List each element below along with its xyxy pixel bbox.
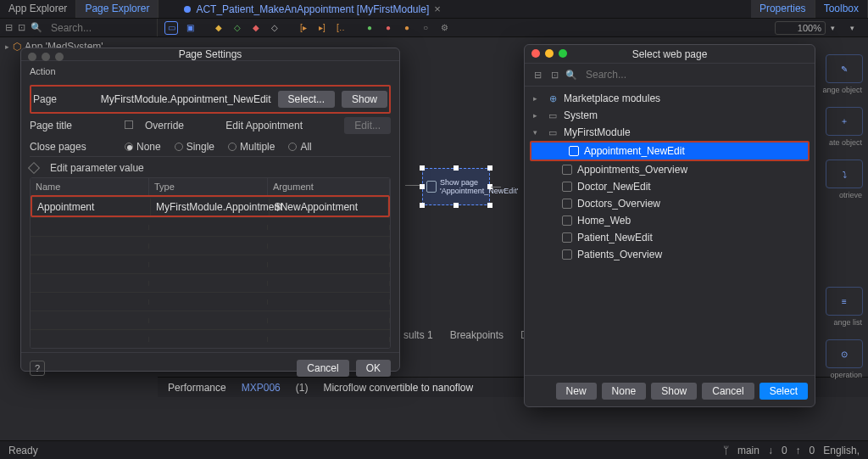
microflow-activity[interactable]: Show page 'Appointment_NewEdit': [422, 168, 490, 205]
help-button[interactable]: ?: [30, 361, 45, 376]
toolbar-row: ⊟ ⊡ 🔍 ▭ ▣ ◆ ◇ ◆ ◇ [▸ ▸] [‥ ● ● ● ○ ⚙ 100…: [0, 19, 868, 37]
page-label: Page: [33, 93, 94, 105]
expand-icon-2[interactable]: ⊡: [548, 69, 560, 81]
tool-select[interactable]: ▭: [164, 21, 178, 35]
close-dot[interactable]: [531, 49, 540, 58]
table-row-empty: [31, 329, 390, 348]
tab-toolbox[interactable]: Toolbox: [815, 0, 868, 18]
table-row-empty: [31, 273, 390, 292]
tab-page-explorer[interactable]: Page Explorer: [76, 0, 159, 18]
file-tab-label: ACT_Patient_MakeAnAppointment [MyFirstMo…: [196, 3, 429, 15]
circle-icon-1[interactable]: ●: [363, 21, 376, 35]
expand-icon[interactable]: ⊡: [18, 22, 25, 34]
radio-all[interactable]: All: [288, 141, 311, 153]
show-button-2[interactable]: Show: [651, 383, 697, 400]
activity-card[interactable]: ＋ate object: [826, 107, 863, 136]
activity-card[interactable]: ≡ange list: [826, 287, 863, 316]
radio-single[interactable]: Single: [175, 141, 214, 153]
diamond-icon-3[interactable]: ◆: [249, 21, 263, 35]
col-argument: Argument: [268, 178, 390, 195]
cancel-button[interactable]: Cancel: [297, 360, 348, 377]
page-item[interactable]: Home_Web: [525, 212, 815, 229]
table-row-empty: [31, 292, 390, 311]
page-icon: [562, 249, 572, 260]
page-item[interactable]: Patients_Overview: [525, 246, 815, 263]
select-button-2[interactable]: Select: [760, 383, 808, 400]
chevron-down-icon-2[interactable]: ▾: [850, 24, 854, 32]
min-dot[interactable]: [545, 49, 554, 58]
page-icon: [562, 216, 572, 226]
collapse-icon-2[interactable]: ⊟: [531, 69, 543, 81]
select-button[interactable]: Select...: [278, 91, 335, 108]
up-arrow-icon: ↑: [796, 445, 801, 456]
page-title-value: Edit Appointment: [191, 120, 337, 132]
cancel-button-2[interactable]: Cancel: [702, 383, 754, 400]
activity-card[interactable]: ⤵otrieve: [826, 160, 863, 188]
tab-properties[interactable]: Properties: [751, 0, 815, 18]
tab-breakpoints[interactable]: Breakpoints: [447, 327, 507, 343]
activity-card[interactable]: ✎ange object: [826, 54, 863, 83]
page-icon: [426, 181, 437, 193]
topbar: App Explorer Page Explorer ACT_Patient_M…: [0, 0, 868, 19]
page-icon: [562, 232, 572, 243]
none-button[interactable]: None: [602, 383, 647, 400]
close-icon[interactable]: ×: [434, 3, 441, 15]
radio-multiple[interactable]: Multiple: [228, 141, 275, 153]
circle-icon-4[interactable]: ○: [419, 21, 432, 35]
bracket-icon-2[interactable]: ▸]: [315, 21, 329, 35]
close-pages-label: Close pages: [30, 141, 118, 153]
module-icon: ▭: [547, 127, 559, 138]
branch-name[interactable]: main: [737, 445, 760, 456]
page-item[interactable]: Appointments_Overview: [525, 161, 815, 178]
tab-app-explorer[interactable]: App Explorer: [0, 0, 76, 18]
node-system[interactable]: ▸ ▭ System: [525, 107, 815, 124]
bracket-icon[interactable]: [▸: [297, 21, 310, 35]
module-icon: ▭: [547, 110, 559, 121]
file-tab[interactable]: ACT_Patient_MakeAnAppointment [MyFirstMo…: [175, 0, 448, 18]
page-item[interactable]: Doctor_NewEdit: [525, 178, 815, 195]
language-selector[interactable]: English,: [823, 445, 860, 456]
chevron-down-icon[interactable]: ▾: [831, 24, 835, 32]
bracket-icon-3[interactable]: [‥: [334, 21, 348, 35]
circle-icon-2[interactable]: ●: [381, 21, 395, 35]
ok-button[interactable]: OK: [356, 360, 391, 377]
microflow-icon: [184, 6, 191, 13]
tab-results[interactable]: sults 1: [400, 327, 437, 343]
window-controls[interactable]: [28, 53, 64, 61]
override-checkbox[interactable]: [125, 120, 138, 132]
page-icon: [562, 182, 572, 192]
branch-icon: ᛘ: [723, 445, 729, 456]
radio-none[interactable]: None: [125, 141, 161, 153]
max-dot[interactable]: [559, 49, 567, 58]
node-marketplace[interactable]: ▸ ⊕ Marketplace modules: [525, 90, 815, 107]
new-button[interactable]: New: [556, 383, 597, 400]
circle-icon-3[interactable]: ●: [400, 21, 414, 35]
col-type: Type: [149, 178, 268, 195]
edit-parameter-label: Edit parameter value: [50, 162, 144, 174]
page-item[interactable]: Patient_NewEdit: [525, 229, 815, 246]
dialog2-title: Select web page: [632, 48, 708, 60]
page-search[interactable]: [582, 67, 808, 82]
table-row[interactable]: Appointment MyFirstModule.Appointment $N…: [32, 197, 388, 216]
activity-card[interactable]: ⊙operation: [826, 339, 863, 368]
status-bar: Ready ᛘ main ↓0 ↑0 English,: [0, 440, 868, 459]
diamond-icon[interactable]: ◆: [212, 21, 225, 35]
page-item[interactable]: Doctors_Overview: [525, 195, 815, 212]
gear-icon[interactable]: ⚙: [437, 21, 451, 35]
page-item-selected[interactable]: Appointment_NewEdit: [531, 143, 808, 160]
window-controls-2[interactable]: [531, 49, 567, 58]
zoom-select[interactable]: 100%: [775, 21, 826, 35]
search-icon: 🔍: [31, 22, 42, 34]
collapse-icon[interactable]: ⊟: [5, 22, 13, 34]
diamond-icon-2[interactable]: ◇: [231, 21, 244, 35]
col-name: Name: [31, 178, 149, 195]
status-ready: Ready: [8, 445, 38, 456]
page-icon: [562, 165, 572, 175]
tool-rect[interactable]: ▣: [183, 21, 197, 35]
table-row-empty: [31, 217, 390, 236]
node-module[interactable]: ▾ ▭ MyFirstModule: [525, 124, 815, 141]
page-title-label: Page title: [30, 120, 118, 132]
diamond-icon-4[interactable]: ◇: [268, 21, 281, 35]
chevron-down-icon: ▾: [533, 128, 542, 137]
show-button[interactable]: Show: [342, 91, 387, 108]
